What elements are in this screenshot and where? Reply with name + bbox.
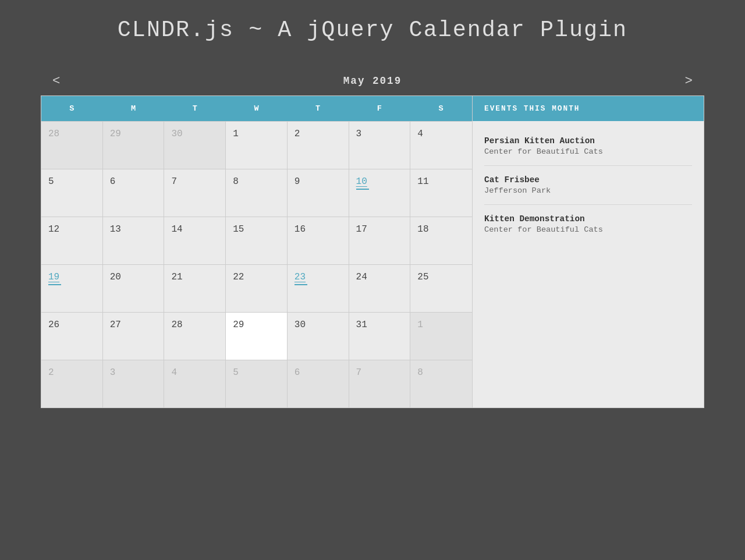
calendar-cell[interactable]: 18: [410, 217, 472, 264]
event-name: Cat Frisbee: [484, 175, 692, 185]
day-number: 20: [110, 272, 159, 282]
calendar-cell[interactable]: 20: [103, 264, 165, 312]
calendar-cell[interactable]: 8: [226, 169, 288, 217]
event-dot: [295, 284, 307, 285]
day-number: 7: [171, 176, 221, 187]
calendar-cell[interactable]: 3: [349, 121, 411, 169]
calendar-cell[interactable]: 28: [164, 312, 226, 360]
day-number: 25: [417, 272, 467, 282]
day-number: 13: [110, 224, 159, 235]
day-number: 27: [110, 320, 159, 330]
day-number: 14: [171, 224, 221, 235]
day-number: 30: [295, 320, 344, 330]
event-location: Center for Beautiful Cats: [484, 147, 692, 156]
calendar-grid: SMTWTFS 28293012345678910111213141516171…: [41, 96, 472, 407]
events-panel-body: Persian Kitten AuctionCenter for Beautif…: [473, 121, 704, 249]
calendar-container: SMTWTFS 28293012345678910111213141516171…: [41, 95, 704, 408]
calendar-cell[interactable]: 31: [349, 312, 411, 360]
calendar-cell[interactable]: 26: [41, 312, 103, 360]
day-number: 18: [417, 224, 467, 235]
calendar-cell[interactable]: 5: [226, 360, 288, 407]
calendar-cell[interactable]: 23: [288, 264, 349, 312]
calendar-cell[interactable]: 9: [288, 169, 349, 217]
calendar-cell[interactable]: 12: [41, 217, 103, 264]
calendar-cell[interactable]: 16: [288, 217, 349, 264]
calendar-cell[interactable]: 7: [164, 169, 226, 217]
calendar-cell[interactable]: 24: [349, 264, 411, 312]
day-number: 22: [233, 272, 282, 282]
day-number: 4: [417, 129, 467, 139]
calendar-cell[interactable]: 21: [164, 264, 226, 312]
day-header: T: [288, 96, 349, 121]
calendar-cell[interactable]: 17: [349, 217, 411, 264]
day-number: 31: [356, 320, 406, 330]
calendar-cell[interactable]: 4: [410, 121, 472, 169]
calendar-cell[interactable]: 27: [103, 312, 165, 360]
calendar-cell[interactable]: 22: [226, 264, 288, 312]
day-header: M: [103, 96, 165, 121]
day-number: 29: [233, 320, 282, 330]
day-number: 15: [233, 224, 282, 235]
day-number: 16: [295, 224, 344, 235]
day-number: 24: [356, 272, 406, 282]
events-panel-header: EVENTS THIS MONTH: [473, 96, 704, 121]
day-number: 29: [110, 129, 159, 139]
day-number: 7: [356, 367, 406, 378]
day-header: T: [164, 96, 226, 121]
calendar-cell[interactable]: 8: [410, 360, 472, 407]
day-number: 5: [233, 367, 282, 378]
day-number: 4: [171, 367, 221, 378]
calendar-cell[interactable]: 29: [226, 312, 288, 360]
event-location: Jefferson Park: [484, 186, 692, 195]
event-location: Center for Beautiful Cats: [484, 225, 692, 234]
calendar-cell[interactable]: 30: [288, 312, 349, 360]
calendar-nav: < May 2019 >: [41, 66, 704, 95]
calendar-cell[interactable]: 1: [410, 312, 472, 360]
calendar-cell[interactable]: 15: [226, 217, 288, 264]
calendar-cell[interactable]: 30: [164, 121, 226, 169]
calendar-cell[interactable]: 4: [164, 360, 226, 407]
calendar-wrapper: < May 2019 > SMTWTFS 2829301234567891011…: [41, 66, 704, 408]
event-dot: [48, 284, 61, 285]
day-number: 1: [417, 320, 467, 330]
event-item[interactable]: Cat FrisbeeJefferson Park: [484, 166, 692, 205]
month-title: May 2019: [343, 75, 402, 87]
day-header: S: [41, 96, 103, 121]
calendar-cell[interactable]: 10: [349, 169, 411, 217]
prev-month-button[interactable]: <: [47, 70, 66, 91]
calendar-cell[interactable]: 2: [41, 360, 103, 407]
day-header: W: [226, 96, 288, 121]
calendar-cell[interactable]: 2: [288, 121, 349, 169]
day-number: 6: [295, 367, 344, 378]
calendar-cell[interactable]: 3: [103, 360, 165, 407]
day-number: 28: [48, 129, 98, 139]
day-number: 21: [171, 272, 221, 282]
day-number: 3: [110, 367, 159, 378]
day-number: 12: [48, 224, 98, 235]
calendar-cell[interactable]: 6: [288, 360, 349, 407]
days-header: SMTWTFS: [41, 96, 472, 121]
calendar-cell[interactable]: 19: [41, 264, 103, 312]
calendar-cell[interactable]: 14: [164, 217, 226, 264]
day-number: 17: [356, 224, 406, 235]
calendar-cell[interactable]: 11: [410, 169, 472, 217]
event-item[interactable]: Kitten DemonstrationCenter for Beautiful…: [484, 205, 692, 243]
calendar-cell[interactable]: 6: [103, 169, 165, 217]
calendar-cell[interactable]: 7: [349, 360, 411, 407]
day-number: 9: [295, 176, 344, 187]
day-header: F: [349, 96, 411, 121]
next-month-button[interactable]: >: [679, 70, 698, 91]
calendar-cell[interactable]: 25: [410, 264, 472, 312]
day-number: 30: [171, 129, 221, 139]
day-number: 28: [171, 320, 221, 330]
event-name: Persian Kitten Auction: [484, 136, 692, 146]
calendar-cell[interactable]: 28: [41, 121, 103, 169]
calendar-cell[interactable]: 1: [226, 121, 288, 169]
calendar-cell[interactable]: 5: [41, 169, 103, 217]
event-item[interactable]: Persian Kitten AuctionCenter for Beautif…: [484, 127, 692, 166]
event-name: Kitten Demonstration: [484, 214, 692, 224]
calendar-body: 2829301234567891011121314151617181920212…: [41, 121, 472, 407]
calendar-cell[interactable]: 29: [103, 121, 165, 169]
day-number: 26: [48, 320, 98, 330]
calendar-cell[interactable]: 13: [103, 217, 165, 264]
